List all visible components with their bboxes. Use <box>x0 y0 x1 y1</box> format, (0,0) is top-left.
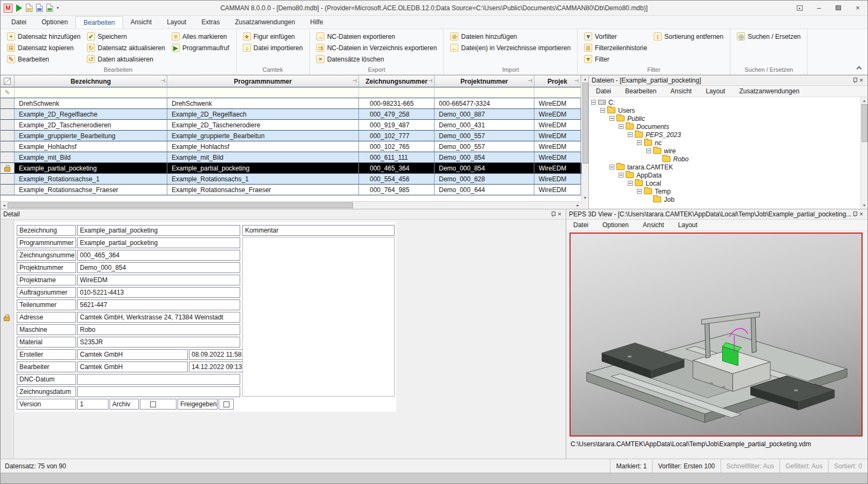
tree-item-robo[interactable]: Robo <box>589 155 867 163</box>
freigegeben-checkbox-cell[interactable] <box>219 399 234 410</box>
tree-item-tarara-camtek[interactable]: tarara.CAMTEK <box>589 163 867 171</box>
toolbar-options-dropdown-icon[interactable]: ▾ <box>57 5 59 10</box>
filter-cell-projek[interactable] <box>534 87 581 98</box>
ribbon-button-dateien-hinzufügen[interactable]: ⊕Dateien hinzufügen <box>447 31 574 42</box>
tree-expander-icon[interactable] <box>591 100 596 105</box>
minimize-button[interactable]: – <box>809 1 829 15</box>
ribbon-button-datensatz-kopieren[interactable]: ⊞Datensatz kopieren <box>4 42 84 53</box>
filter-cell-bezeichnung[interactable] <box>15 87 167 98</box>
scroll-up-icon[interactable]: ▲ <box>861 97 868 104</box>
table-row[interactable]: Example_mit_BildExample_mit_Bild000_611_… <box>1 152 588 163</box>
ribbon-collapse-icon[interactable] <box>857 66 861 70</box>
menu-tab-bearbeiten[interactable]: Bearbeiten <box>76 16 123 29</box>
tree-expander-icon[interactable] <box>628 132 633 137</box>
field-value-maschine[interactable]: Robo <box>77 324 240 335</box>
ribbon-button-sortierung-entfernen[interactable]: ↕Sortierung entfernen <box>650 31 727 42</box>
document-edit-icon[interactable] <box>26 4 32 12</box>
menu-tab-datei[interactable]: Datei <box>4 16 34 29</box>
peps-menu-optionen[interactable]: Optionen <box>595 221 636 229</box>
ribbon-button-filter[interactable]: ▼Filter <box>581 53 650 65</box>
column-pin-icon[interactable]: ⊣ <box>428 78 432 84</box>
ribbon-button-datensatz-hinzufügen[interactable]: +Datensatz hinzufügen <box>4 31 84 42</box>
field-value-bearbeiter[interactable]: Camtek GmbH <box>77 362 188 372</box>
close-icon[interactable]: × <box>858 211 865 217</box>
tree-expander-icon[interactable] <box>609 116 614 121</box>
field-value-projektnummer[interactable]: Demo_000_854 <box>77 262 240 273</box>
close-icon[interactable]: × <box>858 77 865 84</box>
ribbon-button-nc-dateien-exportieren[interactable]: →NC-Dateien exportieren <box>313 31 440 42</box>
files-menu-zusatzanwendungen[interactable]: Zusatzanwendungen <box>732 87 806 95</box>
field-value-teilenummer[interactable]: 5621-447 <box>77 299 240 310</box>
files-menu-layout[interactable]: Layout <box>699 87 732 95</box>
field-value-zeichnungsdatum[interactable] <box>77 386 240 397</box>
tree-expander-icon[interactable] <box>619 173 623 178</box>
column-pin-icon[interactable]: ⊣ <box>160 78 165 84</box>
tree-expander-icon[interactable] <box>637 140 642 145</box>
grid-vertical-scrollbar[interactable]: ▲ ▼ <box>581 76 588 201</box>
tree-expander-icon[interactable] <box>628 181 633 186</box>
pin-icon[interactable] <box>852 77 858 84</box>
files-menu-datei[interactable]: Datei <box>589 87 618 95</box>
ribbon-button-vorfilter[interactable]: ▼Vorfilter <box>581 31 650 42</box>
column-pin-icon[interactable]: ⊣ <box>527 78 532 84</box>
menu-tab-zusatzanwendungen[interactable]: Zusatzanwendungen <box>227 16 302 29</box>
files-menu-ansicht[interactable]: Ansicht <box>663 87 699 95</box>
files-panel-caption[interactable]: Dateien - [Example_partial_pocketing] × <box>589 76 867 86</box>
detail-panel-caption[interactable]: Detail × <box>1 209 566 220</box>
filter-cell-projektnummer[interactable] <box>435 87 534 98</box>
field-value-material[interactable]: S235JR <box>77 337 240 347</box>
column-header-bezeichnung[interactable]: Bezeichnung⊣ <box>15 76 167 87</box>
scroll-up-icon[interactable]: ▲ <box>582 76 589 83</box>
table-row[interactable]: Example_gruppierte_BearbeitungExample_gr… <box>1 131 588 141</box>
field-value-programmnummer[interactable]: Example_partial_pocketing <box>77 237 240 248</box>
scroll-down-icon[interactable]: ▼ <box>582 194 589 201</box>
menu-tab-layout[interactable]: Layout <box>159 16 194 29</box>
tree-expander-icon[interactable] <box>637 189 642 194</box>
tree-expander-icon[interactable] <box>646 148 651 153</box>
archiv-checkbox[interactable] <box>150 401 156 407</box>
ribbon-button-speichern[interactable]: ✔Speichern <box>84 31 168 42</box>
tree-item-nc[interactable]: nc <box>589 139 867 147</box>
ribbon-button-bearbeiten[interactable]: ✎Bearbeiten <box>4 53 84 65</box>
menu-tab-ansicht[interactable]: Ansicht <box>123 16 159 29</box>
peps-panel-caption[interactable]: PEPS 3D View - [C:\Users\tarara.CAMTEK\A… <box>566 209 867 220</box>
menu-tab-extras[interactable]: Extras <box>194 16 227 29</box>
menu-tab-optionen[interactable]: Optionen <box>34 16 76 29</box>
ribbon-button-datensätze-löschen[interactable]: ×Datensätze löschen <box>313 53 440 65</box>
scroll-left-icon[interactable]: ◄ <box>1 202 8 209</box>
ribbon-button-nc-dateien-in-verzeichnis-exportieren[interactable]: ⇉NC-Dateien in Verzeichnis exportieren <box>313 42 440 53</box>
filter-cell-programmnummer[interactable] <box>167 87 359 98</box>
ribbon-button-figur-einfügen[interactable]: ★Figur einfügen <box>240 31 306 42</box>
table-row[interactable]: Example_2D_RegelflaecheExample_2D_Regelf… <box>1 109 588 120</box>
tree-item-appdata[interactable]: AppData <box>589 171 867 179</box>
field-value-dnc-datum[interactable] <box>77 374 240 385</box>
column-header-projek[interactable]: Projek⊣ <box>534 76 581 87</box>
close-button[interactable]: × <box>848 1 867 15</box>
ribbon-button-datei-en-in-verzeichnisse-importieren[interactable]: ←Datei(en) in Verzeichnisse importieren <box>447 42 574 53</box>
pin-icon[interactable] <box>550 211 556 217</box>
tree-item-local[interactable]: Local <box>589 179 867 187</box>
scrollbar-thumb[interactable] <box>8 202 353 208</box>
field-value-projektname[interactable]: WireEDM <box>77 275 240 285</box>
tree-item-peps-2023[interactable]: PEPS_2023 <box>589 131 867 139</box>
field-value-adresse[interactable]: Camtek GmbH, Werkstrasse 24, 71384 Weins… <box>77 312 240 323</box>
scrollbar-thumb[interactable] <box>862 104 867 142</box>
archiv-checkbox-cell[interactable] <box>140 399 177 410</box>
run-icon[interactable] <box>16 4 22 12</box>
tree-vertical-scrollbar[interactable]: ▲ ▼ <box>860 97 867 209</box>
ribbon-button-filterzeilenhistorie[interactable]: ≣Filterzeilenhistorie <box>581 42 650 53</box>
ribbon-button-alles-markieren[interactable]: ≡Alles markieren <box>168 31 233 42</box>
table-row[interactable]: Example_HohlachsfExample_Hohlachsf000_10… <box>1 141 588 152</box>
tree-item-documents[interactable]: Documents <box>589 122 867 131</box>
kommentar-textarea[interactable] <box>242 237 395 397</box>
close-icon[interactable]: × <box>556 211 563 217</box>
menu-tab-hilfe[interactable]: Hilfe <box>303 16 331 29</box>
ribbon-button-programmaufruf[interactable]: ▶Programmaufruf <box>168 42 233 53</box>
pin-icon[interactable] <box>852 211 858 217</box>
tree-item-public[interactable]: Public <box>589 114 867 122</box>
grid-gutter-header[interactable] <box>1 76 15 87</box>
tree-item-temp[interactable]: Temp <box>589 187 867 195</box>
column-pin-icon[interactable]: ⊣ <box>574 78 579 84</box>
document-import-icon[interactable] <box>36 4 43 12</box>
table-row[interactable]: Example_Rotationsachse_FraeserExample_Ro… <box>1 185 588 195</box>
